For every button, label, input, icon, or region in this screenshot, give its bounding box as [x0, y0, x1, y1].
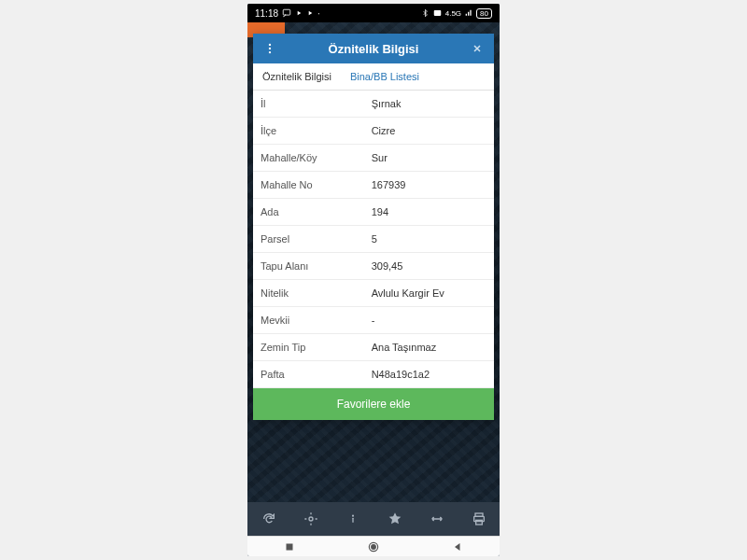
- row-value: Cizre: [364, 118, 494, 144]
- row-key: Ada: [253, 199, 364, 225]
- table-row: Mahalle No167939: [253, 172, 494, 199]
- refresh-icon: [261, 511, 276, 526]
- row-key: Mahalle No: [253, 172, 364, 198]
- svg-point-6: [351, 515, 353, 517]
- play-icon: [306, 9, 314, 17]
- svg-rect-7: [352, 518, 353, 523]
- table-row: Mevkii-: [253, 307, 494, 334]
- attribute-table: İlŞırnak İlçeCizre Mahalle/KöySur Mahall…: [253, 91, 494, 388]
- svg-point-13: [372, 544, 376, 549]
- row-key: İl: [253, 91, 364, 117]
- svg-rect-0: [283, 9, 290, 15]
- modal-tabs: Öznitelik Bilgisi Bina/BB Listesi: [253, 63, 494, 91]
- table-row: Tapu Alanı309,45: [253, 253, 494, 280]
- nav-home[interactable]: [361, 539, 386, 555]
- row-key: Mahalle/Köy: [253, 145, 364, 171]
- table-row: İlŞırnak: [253, 91, 494, 118]
- svg-rect-1: [434, 10, 442, 16]
- row-value: 5: [364, 226, 494, 252]
- row-value: N48a19c1a2: [364, 361, 494, 387]
- locate-icon: [303, 511, 318, 526]
- row-key: Mevkii: [253, 307, 364, 333]
- modal-header: Öznitelik Bilgisi: [253, 34, 494, 63]
- modal-title: Öznitelik Bilgisi: [279, 42, 468, 56]
- row-value: Sur: [364, 145, 494, 171]
- row-value: Ana Taşınmaz: [364, 334, 494, 360]
- svg-point-2: [269, 44, 271, 46]
- table-row: Ada194: [253, 199, 494, 226]
- row-value: Şırnak: [364, 91, 494, 117]
- system-nav-bar: [247, 536, 500, 556]
- table-row: Mahalle/KöySur: [253, 145, 494, 172]
- toolbar-info[interactable]: [340, 506, 366, 532]
- status-more: ·: [317, 8, 320, 19]
- phone-frame: 11:18 · 4.5G 80 Öznitelik Bilgisi: [247, 4, 500, 556]
- cast-icon: [282, 8, 291, 18]
- status-right: 4.5G 80: [421, 8, 492, 19]
- toolbar-refresh[interactable]: [256, 506, 282, 532]
- print-icon: [472, 511, 486, 526]
- svg-point-4: [269, 51, 271, 53]
- status-bar: 11:18 · 4.5G 80: [247, 4, 500, 22]
- modal-close-button[interactable]: [468, 39, 486, 58]
- toolbar-measure[interactable]: [424, 506, 450, 532]
- svg-rect-11: [287, 543, 293, 550]
- row-key: Parsel: [253, 226, 364, 252]
- toolbar-favorite[interactable]: [382, 506, 408, 532]
- row-key: Tapu Alanı: [253, 253, 364, 279]
- tab-label: Bina/BB Listesi: [350, 71, 419, 82]
- row-key: Pafta: [253, 361, 364, 387]
- battery-icon: 80: [476, 8, 492, 19]
- row-value: 194: [364, 199, 494, 225]
- mail-icon: [432, 8, 443, 18]
- table-row: İlçeCizre: [253, 118, 494, 145]
- measure-icon: [429, 511, 445, 526]
- tab-building-list[interactable]: Bina/BB Listesi: [341, 63, 429, 90]
- table-row: PaftaN48a19c1a2: [253, 361, 494, 388]
- tab-attribute-info[interactable]: Öznitelik Bilgisi: [253, 63, 341, 90]
- status-left: 11:18 ·: [255, 8, 320, 19]
- toolbar-locate[interactable]: [298, 506, 324, 532]
- modal-menu-button[interactable]: [261, 39, 279, 58]
- add-to-favorites-button[interactable]: Favorilere ekle: [253, 388, 494, 420]
- toolbar-print[interactable]: [466, 506, 492, 532]
- info-icon: [345, 511, 360, 526]
- map-toolbar: [247, 502, 500, 536]
- signal-4g-icon: 4.5G: [445, 9, 461, 18]
- signal-bars-icon: [464, 9, 473, 17]
- favorite-label: Favorilere ekle: [337, 398, 411, 411]
- circle-icon: [367, 540, 380, 553]
- triangle-left-icon: [452, 541, 463, 553]
- app-body: Öznitelik Bilgisi Öznitelik Bilgisi Bina…: [247, 22, 500, 536]
- kebab-icon: [263, 42, 276, 55]
- tab-label: Öznitelik Bilgisi: [262, 71, 331, 82]
- row-key: İlçe: [253, 118, 364, 144]
- nav-back[interactable]: [445, 539, 470, 555]
- star-icon: [388, 511, 402, 526]
- row-value: 167939: [364, 172, 494, 198]
- row-key: Nitelik: [253, 280, 364, 306]
- svg-point-3: [269, 48, 271, 49]
- table-row: Zemin TipAna Taşınmaz: [253, 334, 494, 361]
- row-value: 309,45: [364, 253, 494, 279]
- status-time: 11:18: [255, 8, 278, 19]
- row-value: Avlulu Kargir Ev: [364, 280, 494, 306]
- play-icon: [295, 9, 303, 17]
- bluetooth-icon: [421, 8, 430, 18]
- attribute-info-modal: Öznitelik Bilgisi Öznitelik Bilgisi Bina…: [253, 34, 494, 420]
- nav-recent[interactable]: [277, 539, 302, 555]
- table-row: Parsel5: [253, 226, 494, 253]
- row-key: Zemin Tip: [253, 334, 364, 360]
- row-value: -: [364, 307, 494, 333]
- table-row: NitelikAvlulu Kargir Ev: [253, 280, 494, 307]
- square-icon: [284, 541, 295, 553]
- svg-point-5: [309, 517, 313, 521]
- close-icon: [472, 43, 483, 54]
